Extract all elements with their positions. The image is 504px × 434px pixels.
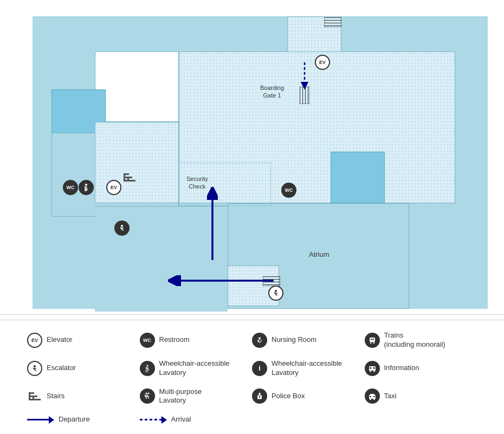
escalator-map-icon xyxy=(114,221,130,236)
arrival-line xyxy=(140,419,161,420)
boarding-gate-label: Boarding Gate 1 xyxy=(260,84,284,100)
svg-point-43 xyxy=(373,371,375,372)
legend-wheelchair-label: Wheelchair-accessibleLavatory xyxy=(159,359,230,378)
legend-taxi-icon xyxy=(365,388,380,404)
departure-arrow-legend xyxy=(27,416,54,424)
legend-arrival-label: Arrival xyxy=(171,415,191,424)
svg-rect-29 xyxy=(370,338,375,342)
svg-rect-3 xyxy=(324,17,341,27)
arrival-arrow xyxy=(299,60,310,89)
divider xyxy=(0,314,504,315)
stairs-map-icon xyxy=(124,171,135,185)
legend-bus: Information xyxy=(365,359,477,378)
legend-stairs-label: Stairs xyxy=(47,392,64,401)
legend-escalator: Escalator xyxy=(27,359,140,378)
legend-bus-icon xyxy=(365,361,380,376)
svg-point-42 xyxy=(370,371,371,372)
security-check-label: Security Check xyxy=(186,175,208,191)
svg-point-11 xyxy=(85,189,87,191)
legend-multi-lav-label: Multi-purposeLavatory xyxy=(159,387,202,406)
legend-wheelchair-icon xyxy=(140,361,155,376)
svg-point-27 xyxy=(259,337,261,339)
legend-stairs-icon xyxy=(27,388,42,404)
legend-taxi: Taxi xyxy=(365,387,477,406)
map-container: Boarding Gate 1 Security Check Atrium EV… xyxy=(0,0,504,314)
legend-nursing-room: Nursing Room xyxy=(252,331,365,349)
left-white-top xyxy=(95,51,179,122)
legend-escalator-icon xyxy=(27,361,42,376)
right-blue-section xyxy=(331,152,385,203)
svg-point-52 xyxy=(259,393,261,395)
departure-line xyxy=(27,419,49,420)
svg-rect-32 xyxy=(370,341,374,342)
svg-rect-56 xyxy=(370,394,374,396)
svg-rect-49 xyxy=(36,399,38,400)
svg-rect-30 xyxy=(371,339,372,340)
svg-rect-19 xyxy=(131,180,133,182)
legend-taxi-label: Taxi xyxy=(384,392,397,401)
legend-grid: EV Elevator WC Restroom Nursing Room xyxy=(27,331,477,424)
legend-departure: Departure xyxy=(27,415,140,424)
legend-elevator: EV Elevator xyxy=(27,331,140,349)
atrium-label: Atrium xyxy=(309,250,329,260)
svg-point-12 xyxy=(121,225,123,227)
arrival-arrow-legend xyxy=(140,416,167,424)
legend-police-box: Police Box xyxy=(252,387,365,406)
legend-trains-label: Trains(including monorail) xyxy=(384,331,445,349)
wc-icon-center: WC xyxy=(281,183,296,198)
legend-restroom-label: Restroom xyxy=(159,335,190,345)
svg-point-13 xyxy=(275,290,277,292)
svg-rect-18 xyxy=(127,177,129,182)
legend-arrival: Arrival xyxy=(140,415,253,424)
wheelchair-icon xyxy=(79,180,94,195)
svg-rect-41 xyxy=(369,370,376,371)
legend-elevator-icon: EV xyxy=(27,333,42,348)
legend-escalator-label: Escalator xyxy=(47,364,76,373)
legend-police-icon xyxy=(252,388,267,404)
legend-wheelchair-lav: Wheelchair-accessibleLavatory xyxy=(140,359,253,378)
svg-rect-54 xyxy=(259,396,260,398)
elevator-icon-left: EV xyxy=(106,180,121,195)
svg-point-34 xyxy=(373,342,374,344)
legend-multi-lav: Multi-purposeLavatory xyxy=(140,387,253,406)
legend-departure-label: Departure xyxy=(59,415,90,424)
legend-restroom-icon: WC xyxy=(140,333,155,348)
svg-point-50 xyxy=(145,393,147,394)
svg-point-28 xyxy=(258,340,260,341)
legend-information: i Wheelchair-accessible Lavatory xyxy=(252,359,365,378)
svg-rect-31 xyxy=(372,339,374,340)
legend-information-icon: i xyxy=(252,361,267,376)
svg-point-36 xyxy=(146,365,148,366)
legend-container: EV Elevator WC Restroom Nursing Room xyxy=(0,320,504,434)
svg-point-33 xyxy=(370,342,371,344)
svg-rect-58 xyxy=(373,396,375,397)
legend-multi-lav-icon xyxy=(140,388,155,404)
legend-trains: Trains(including monorail) xyxy=(365,331,477,349)
arrival-arrowhead xyxy=(161,416,167,424)
legend-bus-label: Information xyxy=(384,364,419,373)
legend-nursing-label: Nursing Room xyxy=(272,335,316,345)
legend-restroom: WC Restroom xyxy=(140,331,253,349)
legend-police-label: Police Box xyxy=(272,392,305,401)
svg-rect-44 xyxy=(29,399,41,400)
legend-elevator-label: Elevator xyxy=(47,335,73,345)
legend-trains-icon xyxy=(365,333,380,348)
svg-point-10 xyxy=(85,184,87,186)
legend-information-label: Wheelchair-accessible Lavatory xyxy=(272,359,365,378)
legend-nursing-icon xyxy=(252,333,267,348)
svg-point-35 xyxy=(34,365,36,367)
svg-rect-40 xyxy=(373,367,375,369)
escalator-icon-entry xyxy=(268,286,283,301)
svg-rect-39 xyxy=(370,367,372,369)
svg-point-51 xyxy=(147,393,149,394)
departure-arrow-vertical xyxy=(207,187,218,263)
legend-stairs: Stairs xyxy=(27,387,140,406)
gate-bar xyxy=(324,17,341,27)
elevator-icon-top: EV xyxy=(315,55,330,70)
svg-rect-57 xyxy=(370,396,371,397)
svg-rect-48 xyxy=(33,396,34,400)
svg-point-37 xyxy=(145,370,147,372)
departure-arrowhead xyxy=(49,416,54,424)
wc-icon-left: WC xyxy=(63,180,78,195)
svg-rect-47 xyxy=(29,392,30,400)
